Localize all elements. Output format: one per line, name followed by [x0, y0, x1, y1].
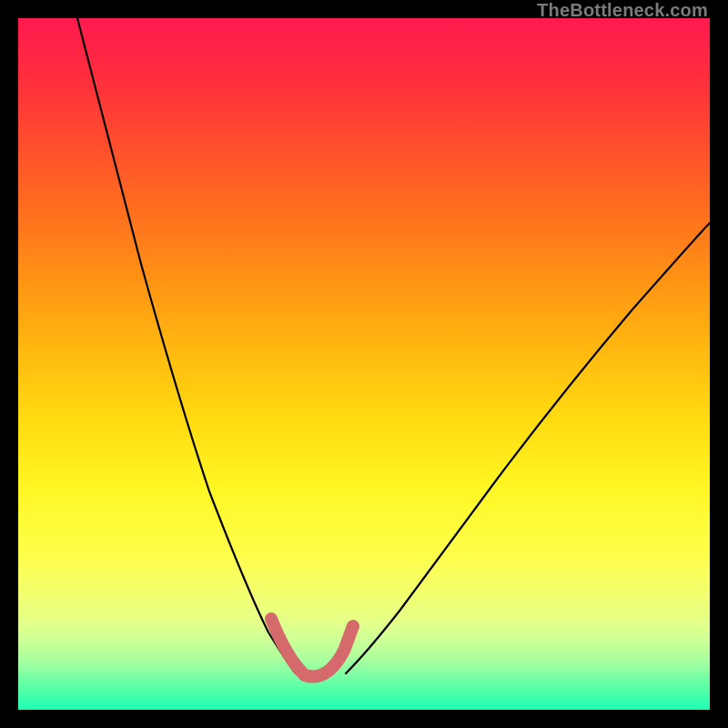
- bottom-highlight: [271, 619, 353, 677]
- chart-canvas: TheBottleneck.com: [0, 0, 728, 728]
- attribution-label: TheBottleneck.com: [537, 0, 708, 21]
- curve-layer: [18, 18, 710, 710]
- plot-area: [18, 18, 710, 710]
- right-curve: [346, 223, 710, 673]
- left-curve: [77, 18, 296, 673]
